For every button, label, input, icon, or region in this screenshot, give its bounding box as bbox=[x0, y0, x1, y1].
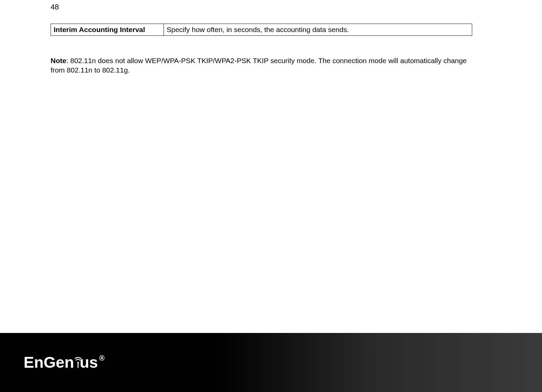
svg-point-1 bbox=[77, 362, 79, 363]
table-row: Interim Accounting Interval Specify how … bbox=[51, 24, 472, 36]
svg-text:us: us bbox=[80, 354, 98, 371]
footer: EnGen us ® bbox=[0, 333, 542, 392]
svg-rect-2 bbox=[78, 363, 79, 368]
settings-table: Interim Accounting Interval Specify how … bbox=[51, 24, 472, 36]
setting-label: Interim Accounting Interval bbox=[51, 24, 164, 36]
engenius-logo-icon: EnGen us ® bbox=[24, 353, 121, 372]
setting-description: Specify how often, in seconds, the accou… bbox=[164, 24, 472, 36]
svg-text:®: ® bbox=[99, 354, 105, 362]
note-text: Note: 802.11n does not allow WEP/WPA-PSK… bbox=[51, 56, 472, 75]
page-number: 48 bbox=[51, 3, 59, 11]
svg-text:EnGen: EnGen bbox=[24, 354, 74, 371]
note-label: Note bbox=[51, 57, 66, 64]
main-content: Interim Accounting Interval Specify how … bbox=[51, 24, 472, 75]
brand-logo: EnGen us ® bbox=[24, 353, 121, 372]
note-body: : 802.11n does not allow WEP/WPA-PSK TKI… bbox=[51, 57, 467, 74]
